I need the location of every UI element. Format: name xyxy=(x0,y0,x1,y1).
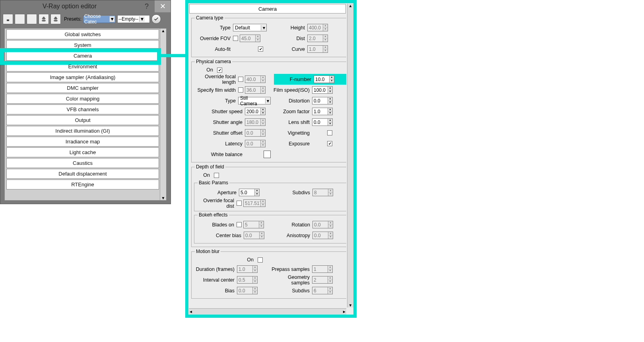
section-vfb-channels[interactable]: VFB channels xyxy=(6,104,159,114)
svg-rect-0 xyxy=(7,19,9,21)
load-button[interactable] xyxy=(15,14,25,24)
aperture-spinner[interactable]: ▲▼ xyxy=(239,189,260,196)
white-balance-swatch[interactable] xyxy=(264,151,271,158)
height-label: Height xyxy=(272,25,307,31)
help-button[interactable]: ? xyxy=(139,0,155,12)
exposure-label: Exposure xyxy=(272,141,312,147)
white-balance-label: White balance xyxy=(193,152,245,157)
physcam-type-dropdown[interactable]: Still Camera▾ xyxy=(238,97,271,104)
blades-on-checkbox[interactable] xyxy=(237,222,242,227)
dof-on-label: On xyxy=(193,172,212,178)
camera-type-legend: Camera type xyxy=(195,15,225,21)
latency-label: Latency xyxy=(193,141,245,147)
camera-panel-header[interactable]: Camera xyxy=(189,4,346,14)
section-default-displacement[interactable]: Default displacement xyxy=(6,169,159,179)
dist-spinner[interactable]: ▲▼ xyxy=(307,35,328,42)
section-output[interactable]: Output xyxy=(6,115,159,125)
override-focal-dist-checkbox[interactable] xyxy=(237,201,242,206)
section-environment[interactable]: Environment xyxy=(6,62,159,71)
physcam-on-label: On xyxy=(193,67,215,73)
specify-film-spinner[interactable]: ▲▼ xyxy=(245,86,266,94)
section-indirect-illumination[interactable]: Indirect illumination (GI) xyxy=(6,126,159,136)
physcam-type-label: Type xyxy=(193,98,238,104)
dist-label: Dist xyxy=(272,36,307,41)
override-focal-spinner[interactable]: ▲▼ xyxy=(245,75,266,83)
section-irradiance-map[interactable]: Irradiance map xyxy=(6,137,159,147)
geometry-samples-spinner[interactable]: ▲▼ xyxy=(312,276,333,284)
duration-spinner[interactable]: ▲▼ xyxy=(237,265,258,273)
dof-subdivs-label: Subdivs xyxy=(275,190,312,195)
duration-label: Duration (frames) xyxy=(193,267,237,272)
section-color-mapping[interactable]: Color mapping xyxy=(6,94,159,104)
scroll-right-icon: ► xyxy=(342,309,346,314)
film-speed-label: Film speed(ISO) xyxy=(272,87,312,93)
motion-blur-legend: Motion blur xyxy=(195,249,221,254)
bokeh-effects-legend: Bokeh effects xyxy=(198,212,229,218)
section-global-switches[interactable]: Global switches xyxy=(6,29,159,39)
svg-point-1 xyxy=(29,17,34,21)
apply-button[interactable] xyxy=(151,14,161,24)
exposure-checkbox[interactable]: ✔ xyxy=(327,141,332,146)
section-rtengine[interactable]: RTEngine xyxy=(6,180,159,189)
section-caustics[interactable]: Caustics xyxy=(6,158,159,168)
override-focal-dist-spinner[interactable]: ▲▼ xyxy=(243,199,266,207)
override-fov-checkbox[interactable] xyxy=(233,36,238,41)
dof-on-checkbox[interactable] xyxy=(214,173,219,178)
rotation-label: Rotation xyxy=(275,222,312,228)
film-speed-spinner[interactable]: ▲▼ xyxy=(312,86,333,94)
section-camera[interactable]: Camera xyxy=(6,51,159,61)
save-button[interactable] xyxy=(3,14,13,24)
specify-film-checkbox[interactable] xyxy=(238,87,243,93)
curve-spinner[interactable]: ▲▼ xyxy=(307,45,328,53)
override-focal-checkbox[interactable] xyxy=(238,77,243,82)
camera-type-dropdown[interactable]: Default ▾ xyxy=(233,24,267,31)
section-dmc-sampler[interactable]: DMC sampler xyxy=(6,83,159,93)
shutter-angle-spinner[interactable]: ▲▼ xyxy=(245,118,266,126)
shutter-speed-label: Shutter speed xyxy=(193,109,245,114)
override-focal-label: Override focal length xyxy=(193,74,238,85)
globe-button[interactable] xyxy=(27,14,37,24)
render-button[interactable] xyxy=(39,14,49,24)
section-light-cache[interactable]: Light cache xyxy=(6,147,159,157)
prepass-spinner[interactable]: ▲▼ xyxy=(312,265,333,273)
blades-spinner[interactable]: ▲▼ xyxy=(243,221,264,228)
render-rt-button[interactable] xyxy=(50,14,61,24)
vignetting-checkbox[interactable] xyxy=(327,130,332,135)
physcam-on-checkbox[interactable]: ✔ xyxy=(217,68,222,73)
distortion-spinner[interactable]: ▲▼ xyxy=(312,97,333,104)
section-image-sampler[interactable]: Image sampler (Antialiasing) xyxy=(6,72,159,82)
bias-spinner[interactable]: ▲▼ xyxy=(237,287,258,294)
mb-subdivs-spinner[interactable]: ▲▼ xyxy=(312,287,333,294)
zoom-factor-spinner[interactable]: ▲▼ xyxy=(312,108,333,115)
interval-spinner[interactable]: ▲▼ xyxy=(237,276,258,284)
sections-list: Global switches System Camera Environmen… xyxy=(4,28,167,201)
height-spinner[interactable]: ▲▼ xyxy=(307,24,328,31)
center-bias-spinner[interactable]: ▲▼ xyxy=(244,232,264,239)
vertical-scrollbar[interactable]: ▲ ▼ xyxy=(347,4,353,307)
mb-on-checkbox[interactable] xyxy=(258,257,263,263)
horizontal-scrollbar[interactable]: ◄ ► xyxy=(189,308,346,315)
latency-spinner[interactable]: ▲▼ xyxy=(245,140,266,147)
anisotropy-spinner[interactable]: ▲▼ xyxy=(312,232,333,239)
chevron-down-icon: ▼ xyxy=(109,16,114,22)
presets-empty-dropdown[interactable]: --Empty-- ▼ xyxy=(117,15,150,23)
presets-category-value: Choose Catec xyxy=(84,14,109,25)
presets-category-dropdown[interactable]: Choose Catec ▼ xyxy=(83,15,116,23)
scroll-up-icon: ▲ xyxy=(349,4,353,8)
physcam-type-value: Still Camera xyxy=(240,95,265,106)
rotation-spinner[interactable]: ▲▼ xyxy=(312,221,333,228)
depth-of-field-group: Depth of field On Basic Params Aperture … xyxy=(191,164,346,247)
dof-subdivs-spinner[interactable]: ▲▼ xyxy=(312,189,333,196)
close-button[interactable]: ✕ xyxy=(155,0,171,12)
section-system[interactable]: System xyxy=(6,40,159,50)
motion-blur-group: Motion blur On Duration (frames) ▲▼ Prep… xyxy=(191,249,346,299)
depth-of-field-legend: Depth of field xyxy=(195,164,225,170)
override-fov-spinner[interactable]: ▲▼ xyxy=(240,35,260,42)
chevron-down-icon: ▾ xyxy=(261,25,266,31)
shutter-speed-spinner[interactable]: ▲▼ xyxy=(245,108,266,115)
lens-shift-spinner[interactable]: ▲▼ xyxy=(312,118,333,126)
f-number-spinner[interactable]: ▲▼ xyxy=(314,75,334,83)
shutter-offset-spinner[interactable]: ▲▼ xyxy=(245,129,266,137)
auto-fit-checkbox[interactable]: ✔ xyxy=(258,46,263,52)
distortion-label: Distortion xyxy=(272,98,312,104)
